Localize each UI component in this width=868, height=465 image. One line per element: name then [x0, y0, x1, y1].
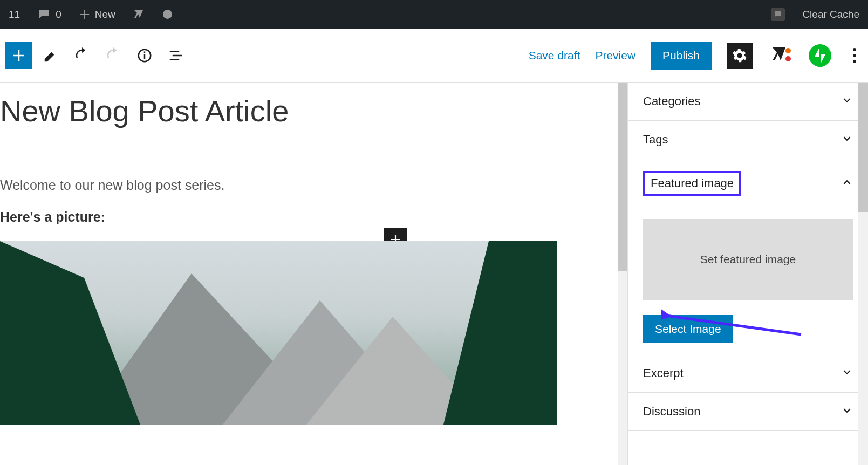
admin-status-dot[interactable]	[159, 0, 176, 29]
chevron-down-icon	[841, 366, 853, 380]
admin-clear-cache[interactable]: Clear Cache	[798, 0, 864, 29]
tools-button[interactable]	[38, 43, 64, 69]
admin-bar: 11 0 New Clear Ca	[0, 0, 868, 29]
dot-icon	[853, 48, 856, 51]
toolbar-left	[5, 42, 189, 69]
comments-count: 0	[56, 9, 61, 20]
admin-yoast[interactable]	[128, 0, 150, 29]
admin-comments[interactable]: 0	[33, 0, 66, 29]
chevron-down-icon	[841, 94, 853, 108]
save-draft-button[interactable]: Save draft	[529, 49, 580, 62]
svg-point-3	[785, 48, 791, 53]
new-label: New	[95, 9, 115, 20]
plus-icon	[79, 9, 91, 20]
editor-main: New Blog Post Article Welcome to our new…	[0, 83, 868, 465]
admin-updates[interactable]: 11	[4, 0, 24, 29]
panel-categories[interactable]: Categories	[628, 83, 868, 121]
comment-icon	[37, 8, 51, 21]
cache-square-icon	[771, 8, 785, 21]
yoast-icon	[133, 8, 146, 21]
publish-button[interactable]: Publish	[651, 42, 712, 70]
panel-title: Categories	[643, 94, 700, 108]
outline-button[interactable]	[163, 43, 189, 69]
clear-cache-label: Clear Cache	[802, 9, 859, 20]
toolbar-right: Save draft Preview Publish	[529, 42, 863, 70]
editor-canvas[interactable]: New Blog Post Article Welcome to our new…	[0, 83, 618, 465]
updates-count: 11	[9, 9, 20, 20]
svg-rect-1	[144, 54, 146, 59]
redo-button[interactable]	[100, 43, 126, 69]
post-paragraph-heading[interactable]: Here's a picture:	[0, 209, 618, 225]
admin-bar-left: 11 0 New	[4, 0, 176, 29]
post-title-input[interactable]: New Blog Post Article	[0, 93, 618, 145]
svg-point-4	[785, 56, 791, 61]
dot-icon	[853, 54, 856, 57]
jetpack-button[interactable]	[809, 44, 831, 67]
yoast-sidebar-button[interactable]	[768, 43, 794, 69]
canvas-scrollbar[interactable]	[618, 83, 627, 465]
panel-featured-image-body: Set featured image Select Image	[628, 208, 868, 354]
chevron-down-icon	[841, 405, 853, 419]
editor-header: Save draft Preview Publish	[0, 29, 868, 83]
chevron-up-icon	[841, 176, 853, 190]
settings-button[interactable]	[727, 43, 753, 69]
admin-bar-right: Clear Cache	[767, 0, 864, 29]
set-featured-image-placeholder[interactable]: Set featured image	[643, 219, 853, 300]
admin-new[interactable]: New	[74, 0, 120, 29]
scroll-thumb[interactable]	[618, 83, 627, 271]
panel-discussion[interactable]: Discussion	[628, 393, 868, 431]
panel-title: Tags	[643, 133, 668, 147]
admin-cache-icon[interactable]	[767, 0, 789, 29]
title-separator	[11, 145, 607, 145]
sidebar-scrollbar[interactable]	[858, 83, 868, 465]
add-block-button[interactable]	[5, 42, 32, 69]
chevron-down-icon	[841, 133, 853, 147]
more-options-button[interactable]	[846, 48, 863, 63]
panel-featured-image[interactable]: Featured image	[628, 159, 868, 208]
post-paragraph-intro[interactable]: Welcome to our new blog post series.	[0, 177, 618, 193]
preview-button[interactable]: Preview	[595, 49, 635, 62]
undo-button[interactable]	[69, 43, 95, 69]
panel-excerpt[interactable]: Excerpt	[628, 354, 868, 393]
select-image-button[interactable]: Select Image	[643, 315, 733, 343]
dot-icon	[853, 60, 856, 63]
panel-title-highlighted: Featured image	[643, 171, 741, 196]
circle-icon	[163, 10, 172, 19]
post-image-block[interactable]	[0, 241, 557, 425]
panel-title: Discussion	[643, 405, 700, 419]
scroll-thumb[interactable]	[858, 83, 868, 212]
settings-sidebar: Categories Tags Featured image Set featu…	[627, 83, 868, 465]
info-button[interactable]	[132, 43, 158, 69]
panel-title: Excerpt	[643, 366, 684, 380]
svg-rect-2	[144, 51, 146, 53]
panel-tags[interactable]: Tags	[628, 121, 868, 159]
